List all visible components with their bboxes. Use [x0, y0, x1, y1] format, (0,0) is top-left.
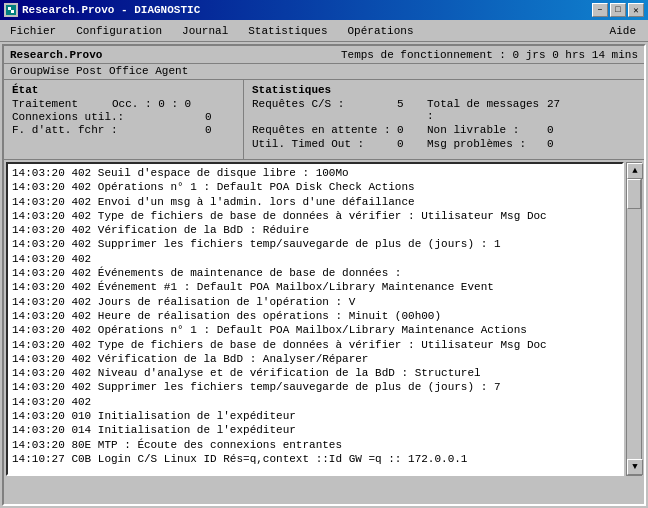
non-livrable-value: 0	[547, 124, 577, 136]
non-livrable-label: Non livrable :	[427, 124, 547, 136]
minimize-button[interactable]: –	[592, 3, 608, 17]
log-entry: 14:03:20 402 Opérations n° 1 : Default P…	[12, 180, 618, 194]
traitement-row: Traitement Occ. : 0 : 0	[12, 98, 235, 110]
close-button[interactable]: ✕	[628, 3, 644, 17]
req-cs-label: Requêtes C/S :	[252, 98, 397, 122]
menu-statistiques[interactable]: Statistiques	[242, 23, 333, 39]
log-entry: 14:03:20 402 Opérations n° 1 : Default P…	[12, 323, 618, 337]
log-entry: 14:03:20 402 Jours de réalisation de l'o…	[12, 295, 618, 309]
server-info-bar: Research.Provo Temps de fonctionnement :…	[4, 46, 644, 64]
log-entry: 14:03:20 014 Initialisation de l'expédit…	[12, 423, 618, 437]
fatt-value: 0	[205, 124, 235, 136]
menu-bar: Fichier Configuration Journal Statistiqu…	[0, 20, 648, 42]
log-entry: 14:03:20 402	[12, 395, 618, 409]
log-entry: 14:03:20 80E MTP : Écoute des connexions…	[12, 438, 618, 452]
req-attente-value: 0	[397, 124, 427, 136]
etat-panel: État Traitement Occ. : 0 : 0 Connexions …	[4, 80, 244, 159]
log-entry: 14:03:20 402 Type de fichiers de base de…	[12, 209, 618, 223]
total-msg-label: Total de messages :	[427, 98, 547, 122]
fatt-row: F. d'att. fchr : 0	[12, 124, 235, 136]
req-attente-label: Requêtes en attente :	[252, 124, 397, 136]
util-timeout-label: Util. Timed Out :	[252, 138, 397, 150]
menu-fichier[interactable]: Fichier	[4, 23, 62, 39]
stats-title: Statistiques	[252, 84, 636, 96]
scroll-down-button[interactable]: ▼	[627, 459, 643, 475]
title-bar: Research.Provo - DIAGNOSTIC – □ ✕	[0, 0, 648, 20]
log-entry: 14:03:20 402 Événement #1 : Default POA …	[12, 280, 618, 294]
connexions-label: Connexions util.:	[12, 111, 124, 123]
log-entry: 14:03:20 402 Seuil d'espace de disque li…	[12, 166, 618, 180]
log-entry: 14:03:20 402 Événements de maintenance d…	[12, 266, 618, 280]
svg-rect-2	[11, 10, 14, 13]
traitement-label: Traitement	[12, 98, 112, 110]
app-icon	[4, 3, 18, 17]
connexions-row: Connexions util.: 0	[12, 111, 235, 123]
log-area[interactable]: 14:03:20 402 Seuil d'espace de disque li…	[6, 162, 624, 476]
menu-items: Fichier Configuration Journal Statistiqu…	[4, 23, 420, 39]
log-entry: 14:03:20 402 Envoi d'un msg à l'admin. l…	[12, 195, 618, 209]
log-entry: 14:03:20 010 Initialisation de l'expédit…	[12, 409, 618, 423]
req-cs-value: 5	[397, 98, 427, 122]
fatt-label: F. d'att. fchr :	[12, 124, 118, 136]
log-container: 14:03:20 402 Seuil d'espace de disque li…	[4, 160, 644, 478]
total-msg-value: 27	[547, 98, 577, 122]
log-entry: 14:03:20 402 Type de fichiers de base de…	[12, 338, 618, 352]
msg-problemes-value: 0	[547, 138, 577, 150]
menu-journal[interactable]: Journal	[176, 23, 234, 39]
msg-problemes-label: Msg problèmes :	[427, 138, 547, 150]
stats-section: État Traitement Occ. : 0 : 0 Connexions …	[4, 80, 644, 160]
log-entry: 14:03:20 402 Vérification de la BdD : Ré…	[12, 223, 618, 237]
log-entry: 14:03:20 402 Vérification de la BdD : An…	[12, 352, 618, 366]
scroll-track	[627, 179, 641, 459]
log-entry: 14:03:20 402 Supprimer les fichiers temp…	[12, 380, 618, 394]
traitement-value: Occ. : 0 : 0	[112, 98, 191, 110]
svg-rect-1	[8, 7, 11, 10]
agent-info: GroupWise Post Office Agent	[4, 64, 644, 80]
etat-title: État	[12, 84, 235, 96]
menu-operations[interactable]: Opérations	[341, 23, 419, 39]
log-entry: 14:10:27 C0B Login C/S Linux ID Rés=q,co…	[12, 452, 618, 466]
maximize-button[interactable]: □	[610, 3, 626, 17]
log-entry: 14:03:20 402	[12, 252, 618, 266]
log-entry: 14:03:20 402 Niveau d'analyse et de véri…	[12, 366, 618, 380]
window-title: Research.Provo - DIAGNOSTIC	[22, 4, 200, 16]
menu-help[interactable]: Aide	[602, 23, 644, 39]
scroll-thumb[interactable]	[627, 179, 641, 209]
server-name: Research.Provo	[10, 49, 102, 61]
scroll-up-button[interactable]: ▲	[627, 163, 643, 179]
log-entry: 14:03:20 402 Heure de réalisation des op…	[12, 309, 618, 323]
scrollbar[interactable]: ▲ ▼	[626, 162, 642, 476]
uptime-info: Temps de fonctionnement : 0 jrs 0 hrs 14…	[341, 49, 638, 61]
util-timeout-value: 0	[397, 138, 427, 150]
log-entry: 14:03:20 402 Supprimer les fichiers temp…	[12, 237, 618, 251]
stats-panel: Statistiques Requêtes C/S : 5 Total de m…	[244, 80, 644, 159]
menu-configuration[interactable]: Configuration	[70, 23, 168, 39]
connexions-value: 0	[205, 111, 235, 123]
